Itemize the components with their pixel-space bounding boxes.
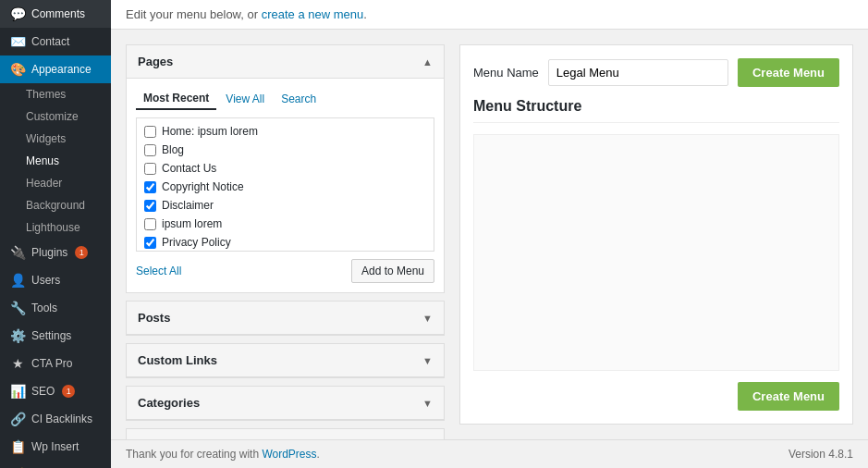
posts-accordion-header[interactable]: Posts ▼ (127, 302, 444, 335)
pages-list: Home: ipsum lorem Blog Contact Us (137, 118, 434, 252)
seo-badge: 1 (62, 385, 75, 398)
create-new-menu-link[interactable]: create a new menu (262, 7, 364, 21)
sidebar-item-contact[interactable]: ✉️ Contact (0, 28, 111, 55)
sidebar-item-label: Users (31, 274, 60, 287)
page-checkbox-disclaimer[interactable] (144, 200, 156, 212)
tab-most-recent[interactable]: Most Recent (136, 88, 216, 110)
tab-view-all[interactable]: View All (218, 88, 272, 110)
page-label: Home: ipsum lorem (162, 125, 258, 138)
sidebar-item-label: SEO (31, 385, 55, 398)
page-label: Contact Us (162, 162, 216, 175)
tags-section: Tags ▼ (126, 428, 445, 439)
ci-backlinks-icon: 🔗 (9, 412, 26, 426)
page-checkbox-home[interactable] (144, 126, 156, 138)
list-item: Contact Us (141, 159, 430, 178)
pages-tabs: Most Recent View All Search (136, 88, 434, 110)
page-label: Copyright Notice (162, 180, 244, 193)
sidebar-sub-menus[interactable]: Menus (0, 150, 111, 172)
list-item: Disclaimer (141, 196, 430, 215)
left-panel: Pages ▲ Most Recent View All Search Home… (126, 44, 445, 425)
page-checkbox-copyright-notice[interactable] (144, 181, 156, 193)
page-checkbox-blog[interactable] (144, 144, 156, 156)
right-panel: Menu Name Create Menu Menu Structure Cre… (459, 44, 853, 425)
add-to-menu-button[interactable]: Add to Menu (351, 259, 434, 283)
tags-accordion-header[interactable]: Tags ▼ (127, 429, 444, 439)
posts-title: Posts (138, 311, 170, 325)
custom-links-accordion-header[interactable]: Custom Links ▼ (127, 344, 444, 377)
custom-links-chevron-icon: ▼ (422, 355, 433, 366)
sidebar-item-tools[interactable]: 🔧 Tools (0, 294, 111, 322)
sidebar-item-label: Tools (31, 302, 57, 314)
sidebar-item-label: Settings (31, 329, 71, 342)
wp-insert-icon: 📋 (9, 439, 26, 454)
sidebar-sub-customize[interactable]: Customize (0, 105, 111, 128)
menu-name-input[interactable] (548, 59, 728, 86)
menu-name-label: Menu Name (473, 66, 539, 80)
footer-version: Version 4.8.1 (789, 448, 853, 461)
notice-bar: Edit your menu below, or create a new me… (111, 0, 868, 30)
sidebar-item-label: Plugins (31, 246, 67, 259)
list-item: ipsum lorem (141, 215, 430, 233)
pages-accordion-header[interactable]: Pages ▲ (127, 45, 444, 79)
list-item: Privacy Policy (141, 233, 430, 252)
pages-actions: Select All Add to Menu (136, 259, 434, 283)
categories-chevron-icon: ▼ (422, 398, 433, 409)
list-item: Home: ipsum lorem (141, 122, 430, 141)
sidebar-item-settings[interactable]: ⚙️ Settings (0, 322, 111, 350)
page-checkbox-ipsum-lorem[interactable] (144, 218, 156, 230)
sidebar-sub-lighthouse[interactable]: Lighthouse (0, 216, 111, 239)
content-area: Pages ▲ Most Recent View All Search Home… (111, 30, 868, 439)
sidebar-item-label: Comments (31, 7, 85, 20)
page-label: Disclaimer (162, 199, 214, 212)
sidebar-item-label: Contact (31, 35, 69, 48)
sidebar-item-wp-insert[interactable]: 📋 Wp Insert (0, 433, 111, 461)
sidebar-item-label: CI Backlinks (31, 413, 92, 425)
page-label: ipsum lorem (162, 217, 222, 230)
menu-name-row: Menu Name Create Menu (473, 58, 839, 87)
wordpress-link[interactable]: WordPress (262, 448, 316, 461)
page-label: Blog (162, 143, 184, 156)
footer-thank-you-text: Thank you for creating with (126, 448, 262, 461)
categories-title: Categories (138, 396, 200, 410)
main-content: Edit your menu below, or create a new me… (111, 0, 868, 468)
create-menu-button-top[interactable]: Create Menu (738, 58, 839, 87)
create-menu-button-bottom[interactable]: Create Menu (738, 382, 839, 411)
list-item: Copyright Notice (141, 178, 430, 196)
tab-search[interactable]: Search (274, 88, 324, 110)
categories-section: Categories ▼ (126, 386, 445, 421)
custom-links-title: Custom Links (138, 353, 217, 367)
sidebar-sub-header[interactable]: Header (0, 172, 111, 194)
sidebar-item-cta-pro[interactable]: ★ CTA Pro (0, 350, 111, 377)
seo-icon: 📊 (9, 384, 26, 399)
footer-thank-you: Thank you for creating with WordPress. (126, 448, 320, 461)
sidebar-item-users[interactable]: 👤 Users (0, 266, 111, 294)
sidebar-item-ci-backlinks[interactable]: 🔗 CI Backlinks (0, 405, 111, 433)
pages-section: Pages ▲ Most Recent View All Search Home… (126, 44, 445, 293)
select-all-link[interactable]: Select All (136, 265, 181, 277)
create-menu-bottom-row: Create Menu (473, 382, 839, 411)
sidebar-item-comments[interactable]: 💬 Comments (0, 0, 111, 28)
sidebar-item-litespeed[interactable]: ⚡ LiteSpeed Cache (0, 461, 111, 468)
categories-accordion-header[interactable]: Categories ▼ (127, 387, 444, 420)
sidebar-item-label: Appearance (31, 63, 92, 76)
users-icon: 👤 (9, 273, 26, 288)
pages-title: Pages (138, 55, 173, 68)
sidebar-sub-widgets[interactable]: Widgets (0, 128, 111, 150)
pages-chevron-icon: ▲ (422, 56, 433, 68)
sidebar-item-label: Wp Insert (31, 440, 79, 453)
sidebar-item-plugins[interactable]: 🔌 Plugins 1 (0, 239, 111, 266)
page-checkbox-contact-us[interactable] (144, 163, 156, 175)
sidebar-sub-background[interactable]: Background (0, 194, 111, 216)
menu-structure-title: Menu Structure (473, 98, 839, 123)
sidebar-sub-themes[interactable]: Themes (0, 83, 111, 105)
sidebar-item-label: CTA Pro (31, 357, 72, 370)
tools-icon: 🔧 (9, 301, 26, 315)
contact-icon: ✉️ (9, 34, 26, 49)
page-checkbox-privacy-policy[interactable] (144, 237, 156, 249)
cta-pro-icon: ★ (9, 356, 26, 371)
sidebar-item-appearance[interactable]: 🎨 Appearance (0, 55, 111, 83)
sidebar-item-seo[interactable]: 📊 SEO 1 (0, 377, 111, 405)
settings-icon: ⚙️ (9, 328, 26, 343)
comments-icon: 💬 (9, 6, 26, 21)
page-label: Privacy Policy (162, 236, 231, 249)
